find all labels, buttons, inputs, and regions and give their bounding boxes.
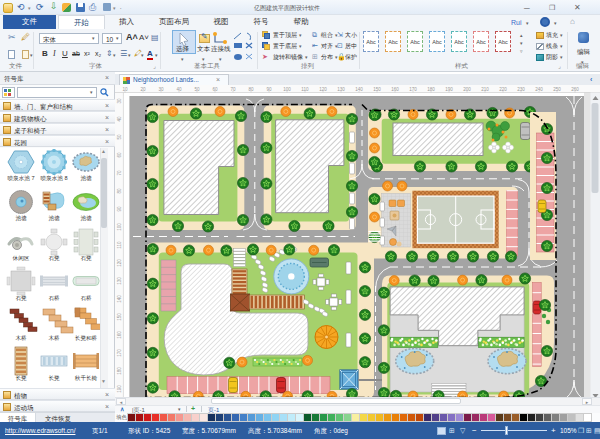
svg-text:池塘: 池塘 [48,215,60,222]
svg-text:池塘: 池塘 [15,215,27,222]
svg-text:200: 200 [463,87,471,92]
svg-text:250: 250 [553,87,561,92]
svg-text:140: 140 [117,295,122,303]
svg-text:120: 120 [319,87,327,92]
svg-text:石凳: 石凳 [48,255,60,262]
svg-text:100: 100 [117,223,122,231]
svg-text:170: 170 [117,349,122,357]
svg-text:40: 40 [117,116,122,122]
svg-text:260: 260 [571,87,579,92]
svg-text:210: 210 [481,87,489,92]
svg-text:230: 230 [517,87,525,92]
svg-text:130: 130 [117,277,122,285]
svg-text:160: 160 [391,87,399,92]
svg-text:140: 140 [355,87,363,92]
svg-text:木桥: 木桥 [15,335,27,341]
svg-text:长凳: 长凳 [15,375,27,382]
svg-text:160: 160 [117,331,122,339]
svg-text:喷泉水池 7: 喷泉水池 7 [7,175,34,182]
svg-text:10: 10 [122,87,128,92]
svg-text:220: 220 [499,87,507,92]
svg-text:石桥: 石桥 [80,295,92,301]
svg-text:长凳和桥: 长凳和桥 [75,335,98,342]
svg-text:70: 70 [117,170,122,176]
svg-text:60: 60 [117,152,122,158]
svg-text:池塘: 池塘 [80,175,92,182]
svg-text:100: 100 [283,87,291,92]
svg-text:长凳: 长凳 [48,375,60,382]
svg-text:90: 90 [117,206,122,212]
svg-text:休闲区: 休闲区 [13,255,30,262]
svg-text:50: 50 [117,134,122,140]
svg-text:80: 80 [248,87,254,92]
svg-text:150: 150 [373,87,381,92]
svg-text:池塘: 池塘 [80,215,92,222]
svg-text:110: 110 [301,87,309,92]
svg-text:秋千长椅: 秋千长椅 [75,375,98,381]
svg-text:170: 170 [409,87,417,92]
svg-text:石凳: 石凳 [80,255,92,262]
svg-text:木桥: 木桥 [48,335,60,341]
svg-text:石凳: 石凳 [15,295,27,302]
svg-text:90: 90 [266,87,272,92]
svg-text:30: 30 [158,87,164,92]
svg-text:80: 80 [117,188,122,194]
svg-text:40: 40 [176,87,182,92]
svg-text:110: 110 [117,241,122,249]
svg-text:20: 20 [140,87,146,92]
svg-text:190: 190 [445,87,453,92]
svg-text:喷泉水池 8: 喷泉水池 8 [40,175,67,182]
svg-text:60: 60 [212,87,218,92]
svg-text:50: 50 [194,87,200,92]
svg-text:190: 190 [117,385,122,393]
svg-text:240: 240 [535,87,543,92]
svg-text:180: 180 [117,367,122,375]
svg-text:30: 30 [117,98,122,104]
svg-text:180: 180 [427,87,435,92]
svg-text:70: 70 [230,87,236,92]
svg-text:石桥: 石桥 [48,295,60,301]
svg-text:150: 150 [117,313,122,321]
svg-text:130: 130 [337,87,345,92]
svg-text:120: 120 [117,259,122,267]
